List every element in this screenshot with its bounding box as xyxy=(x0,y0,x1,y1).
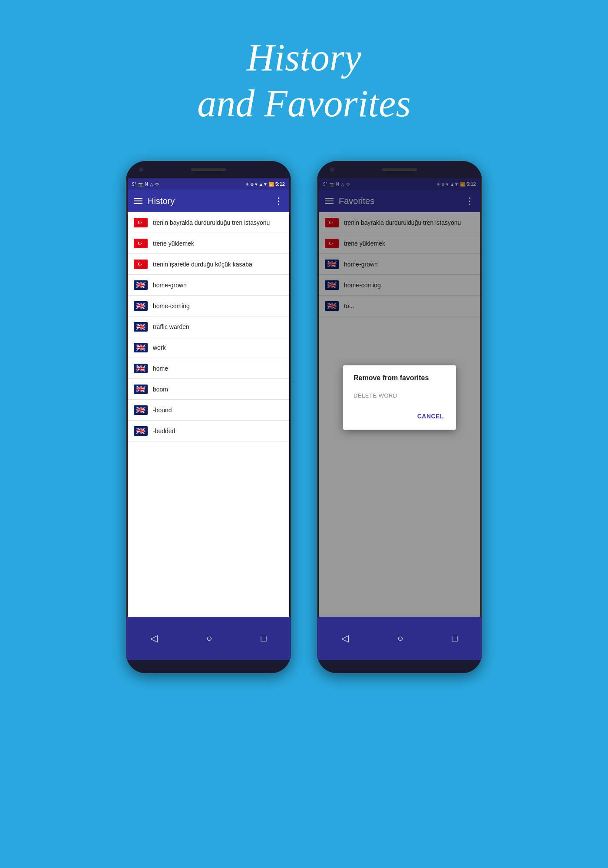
left-more-icon[interactable]: ⋮ xyxy=(274,196,283,206)
title-line1: History xyxy=(0,35,608,81)
phone-top-bar-left xyxy=(126,161,291,178)
left-word-list: trenin bayrakla durdurulduğu tren istasy… xyxy=(128,212,289,617)
recent-button-left[interactable]: □ xyxy=(258,629,270,648)
left-hamburger-icon[interactable] xyxy=(134,198,142,204)
home-button-left[interactable]: ○ xyxy=(203,629,215,648)
back-button-left[interactable]: ◁ xyxy=(147,629,161,648)
left-phone-bottom-bar xyxy=(126,660,291,673)
page-title: History and Favorites xyxy=(0,0,608,152)
right-phone: 9° 📷 N △ ⚙ ✳ ⊖ ♥ ▲▼ 📶 5:12 xyxy=(317,161,482,673)
dialog-body: DELETE WORD xyxy=(343,389,456,409)
phone-top-bar-right xyxy=(317,161,482,178)
remove-favorites-dialog: Remove from favorites DELETE WORD CANCEL xyxy=(343,365,456,430)
right-phone-bottom-bar xyxy=(317,660,482,673)
left-status-left: 9° 📷 N △ ⚙ xyxy=(132,182,159,187)
left-status-bar: 9° 📷 N △ ⚙ ✳ ⊖ ♥ ▲▼ 📶 5:12 xyxy=(128,178,289,190)
list-item[interactable]: boom xyxy=(128,379,289,400)
list-item[interactable]: -bound xyxy=(128,400,289,421)
list-item[interactable]: trenin işaretle durduğu küçük kasaba xyxy=(128,254,289,275)
flag-uk-1 xyxy=(134,280,148,290)
home-button-right[interactable]: ○ xyxy=(394,629,406,648)
speaker-right xyxy=(382,168,417,171)
left-app-bar-title: History xyxy=(148,196,274,206)
flag-tr-1 xyxy=(134,218,148,227)
left-phone-screen: 9° 📷 N △ ⚙ ✳ ⊖ ♥ ▲▼ 📶 5:12 xyxy=(128,178,289,617)
flag-tr-3 xyxy=(134,260,148,269)
flag-uk-8 xyxy=(134,426,148,436)
phones-container: 9° 📷 N △ ⚙ ✳ ⊖ ♥ ▲▼ 📶 5:12 xyxy=(0,161,608,673)
flag-uk-6 xyxy=(134,385,148,394)
list-item[interactable]: -bedded xyxy=(128,421,289,441)
left-phone-bottom-nav: ◁ ○ □ xyxy=(126,617,291,660)
speaker-left xyxy=(191,168,226,171)
flag-uk-5 xyxy=(134,364,148,373)
dialog-cancel-button[interactable]: CANCEL xyxy=(412,409,449,423)
flag-uk-2 xyxy=(134,301,148,311)
flag-uk-4 xyxy=(134,343,148,352)
list-item[interactable]: work xyxy=(128,337,289,358)
left-status-time: 5:12 xyxy=(275,181,285,187)
list-item[interactable]: traffic warden xyxy=(128,316,289,337)
left-status-right: ✳ ⊖ ♥ ▲▼ 📶 5:12 xyxy=(245,181,285,187)
flag-uk-7 xyxy=(134,405,148,415)
list-item[interactable]: home xyxy=(128,358,289,379)
list-item[interactable]: home-grown xyxy=(128,275,289,296)
recent-button-right[interactable]: □ xyxy=(449,629,461,648)
dialog-delete-word-label[interactable]: DELETE WORD xyxy=(354,389,446,402)
right-phone-screen: 9° 📷 N △ ⚙ ✳ ⊖ ♥ ▲▼ 📶 5:12 xyxy=(319,178,480,617)
flag-tr-2 xyxy=(134,239,148,248)
dialog-title: Remove from favorites xyxy=(343,374,456,389)
title-line2: and Favorites xyxy=(0,81,608,127)
flag-uk-3 xyxy=(134,322,148,332)
camera-left xyxy=(139,168,143,172)
list-item[interactable]: home-coming xyxy=(128,296,289,316)
left-app-bar: History ⋮ xyxy=(128,190,289,212)
list-item[interactable]: trene yüklemek xyxy=(128,233,289,254)
dialog-actions: CANCEL xyxy=(343,409,456,427)
list-item[interactable]: trenin bayrakla durdurulduğu tren istasy… xyxy=(128,212,289,233)
back-button-right[interactable]: ◁ xyxy=(338,629,352,648)
left-phone: 9° 📷 N △ ⚙ ✳ ⊖ ♥ ▲▼ 📶 5:12 xyxy=(126,161,291,673)
camera-right xyxy=(330,168,334,172)
right-phone-bottom-nav: ◁ ○ □ xyxy=(317,617,482,660)
